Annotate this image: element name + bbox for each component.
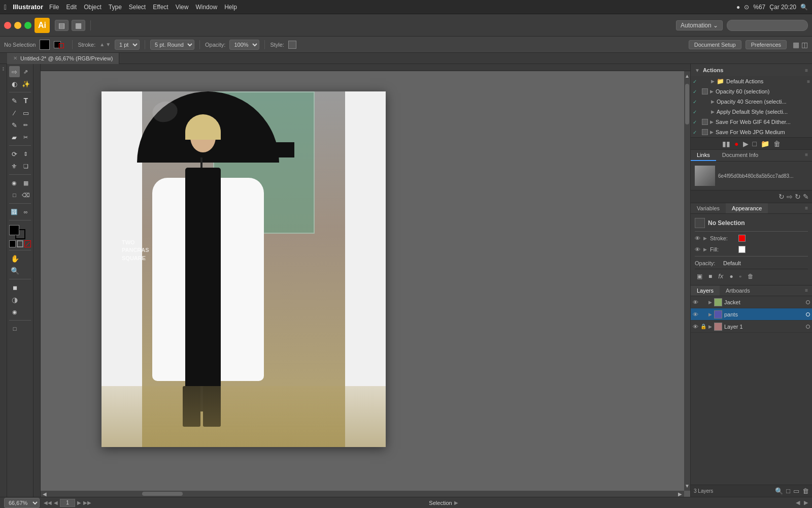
expand-arrow-icon[interactable]: ▶	[711, 79, 715, 84]
actions-menu-icon[interactable]: ≡	[805, 68, 808, 73]
new-action-btn[interactable]: □	[753, 140, 757, 148]
vscrollbar[interactable]: ▲ ▼	[684, 71, 690, 491]
layer1-visibility-icon[interactable]: 👁	[693, 324, 698, 330]
search-icon[interactable]: 🔍	[800, 4, 808, 11]
layer1-lock-icon[interactable]: 🔒	[700, 324, 706, 329]
first-page-icon[interactable]: ◀◀	[44, 500, 52, 505]
links-tab[interactable]: Links	[691, 150, 716, 161]
edit-original-icon[interactable]: ✎	[803, 193, 809, 201]
layer-item-jacket[interactable]: 👁 ▶ Jacket	[691, 296, 812, 308]
delete-layer-icon[interactable]: 🗑	[802, 487, 809, 495]
hscroll-right[interactable]: ▶	[678, 491, 682, 497]
appearance-tab[interactable]: Appearance	[726, 203, 768, 213]
panel-icon[interactable]: ◫	[801, 41, 808, 49]
fill-expand-icon[interactable]: ▶	[703, 247, 707, 252]
variables-tab[interactable]: Variables	[691, 203, 726, 213]
relink-icon[interactable]: ↻	[779, 193, 785, 201]
action-item-0[interactable]: ✓ ▶ Opacity 60 (selection)	[691, 86, 812, 97]
scissor-tool[interactable]: ✂	[21, 132, 31, 143]
fill-swatch[interactable]	[9, 225, 19, 235]
delete-action-btn[interactable]: 🗑	[773, 140, 781, 148]
stroke-weight-select[interactable]: 1 pt	[115, 40, 140, 50]
blend-tool[interactable]: ∞	[21, 206, 31, 217]
fill-color-swatch[interactable]	[40, 40, 50, 50]
toolbar-search[interactable]	[727, 20, 808, 31]
new-layer-icon[interactable]: ▭	[793, 487, 799, 495]
new-sublayer-icon[interactable]: □	[786, 487, 790, 495]
opacity-select[interactable]: 100%	[229, 40, 259, 50]
jacket-expand-icon[interactable]: ▶	[708, 300, 712, 305]
menu-view[interactable]: View	[176, 4, 189, 11]
blend-mode-tool[interactable]: ◼	[9, 282, 20, 293]
layer1-target-dot[interactable]	[806, 325, 810, 329]
links-menu-icon[interactable]: ≡	[801, 150, 812, 161]
lasso-tool[interactable]: ◐	[9, 78, 20, 89]
stop-btn[interactable]: ▮▮	[722, 140, 730, 148]
apple-menu[interactable]: 	[4, 3, 7, 11]
column-graph[interactable]: ▦	[21, 177, 31, 188]
stroke-visibility-icon[interactable]: 👁	[695, 235, 700, 241]
fill-mini[interactable]	[9, 240, 16, 247]
pants-visibility-icon[interactable]: 👁	[693, 311, 698, 318]
close-btn[interactable]	[4, 22, 11, 29]
maximize-btn[interactable]	[24, 22, 31, 29]
free-transform-tool[interactable]: ❏	[21, 161, 31, 172]
menu-object[interactable]: Object	[84, 4, 101, 11]
expand-icon[interactable]: ▶	[710, 89, 714, 94]
magic-wand-tool[interactable]: ✨	[21, 78, 31, 89]
jacket-visibility-icon[interactable]: 👁	[693, 299, 698, 305]
layers-menu-icon[interactable]: ≡	[801, 285, 812, 296]
find-layer-icon[interactable]: 🔍	[775, 487, 783, 495]
gradient-tool[interactable]: ◑	[9, 294, 20, 305]
new-fill-stroke-icon[interactable]: ▫	[737, 272, 743, 281]
expand-icon[interactable]: ▶	[710, 130, 714, 135]
direct-select-tool[interactable]: ⇗	[21, 66, 31, 77]
layer-item-1[interactable]: 👁 🔒 ▶ Layer 1	[691, 321, 812, 333]
artboard-tool[interactable]: □	[9, 189, 20, 201]
stroke-color-swatch[interactable]	[738, 235, 746, 242]
docinfo-tab[interactable]: Document Info	[716, 150, 765, 161]
hscrollbar[interactable]: ▶ ◀	[41, 491, 684, 497]
pants-expand-icon[interactable]: ▶	[708, 312, 712, 317]
automation-select[interactable]: Automation ⌄	[676, 20, 723, 30]
play-btn[interactable]: ▶	[743, 140, 749, 148]
document-setup-button[interactable]: Document Setup	[689, 40, 741, 49]
style-swatch[interactable]	[288, 41, 296, 49]
document-tab[interactable]: ✕ Untitled-2* @ 66,67% (RGB/Preview)	[7, 53, 119, 64]
artboard-mini[interactable]: □	[9, 323, 20, 334]
delete-appearance-icon[interactable]: 🗑	[746, 272, 756, 281]
menu-effect[interactable]: Effect	[153, 4, 168, 11]
goto-link-icon[interactable]: ⇨	[787, 193, 793, 201]
eraser-tool[interactable]: ▰	[9, 132, 20, 143]
pants-target-dot[interactable]	[806, 312, 810, 316]
stroke-profile-select[interactable]: 5 pt. Round	[150, 40, 194, 50]
last-page-icon[interactable]: ▶▶	[83, 500, 91, 505]
action-item-2[interactable]: ✓ ▶ Apply Default Style (selecti...	[691, 107, 812, 117]
grid-view-icon[interactable]: ▦	[793, 41, 799, 49]
selection-tool[interactable]: ⇨	[9, 66, 20, 77]
minimize-btn[interactable]	[14, 22, 21, 29]
paintbrush-tool[interactable]: ✎	[9, 119, 20, 131]
menu-select[interactable]: Select	[129, 4, 146, 11]
rotate-tool[interactable]: ⟳	[9, 148, 20, 160]
layer-item-pants[interactable]: 👁 ▶ pants	[691, 308, 812, 321]
add-effect-icon[interactable]: ●	[727, 272, 735, 281]
expand-icon[interactable]: ▶	[710, 119, 714, 124]
menu-window[interactable]: Window	[195, 4, 217, 11]
tab-close-btn[interactable]: ✕	[13, 55, 17, 61]
vscroll-down[interactable]: ▼	[685, 483, 690, 489]
expand-icon[interactable]: ▶	[711, 99, 715, 104]
default-actions-group[interactable]: ✓ ▶ 📁 Default Actions ≡	[691, 76, 812, 86]
warp-tool[interactable]: ⚜	[9, 161, 20, 172]
next-page-icon[interactable]: ▶	[77, 500, 81, 505]
reduce-appearance-icon[interactable]: ■	[706, 272, 714, 281]
layer1-expand-icon[interactable]: ▶	[708, 324, 712, 329]
canvas-area[interactable]: TWOPANCRASSQUARE ▶ ◀ ▲ ▼	[33, 64, 690, 497]
view-toggle[interactable]: ▤	[55, 20, 69, 31]
stroke-down[interactable]: ▼	[106, 42, 111, 47]
status-arrow-icon[interactable]: ▶	[454, 500, 458, 505]
action-item-1[interactable]: ✓ ▶ Opacity 40 Screen (selecti...	[691, 97, 812, 107]
symbol-sprayer[interactable]: ◉	[9, 177, 20, 188]
page-input[interactable]	[60, 499, 75, 507]
stroke-up[interactable]: ▲	[99, 42, 105, 47]
